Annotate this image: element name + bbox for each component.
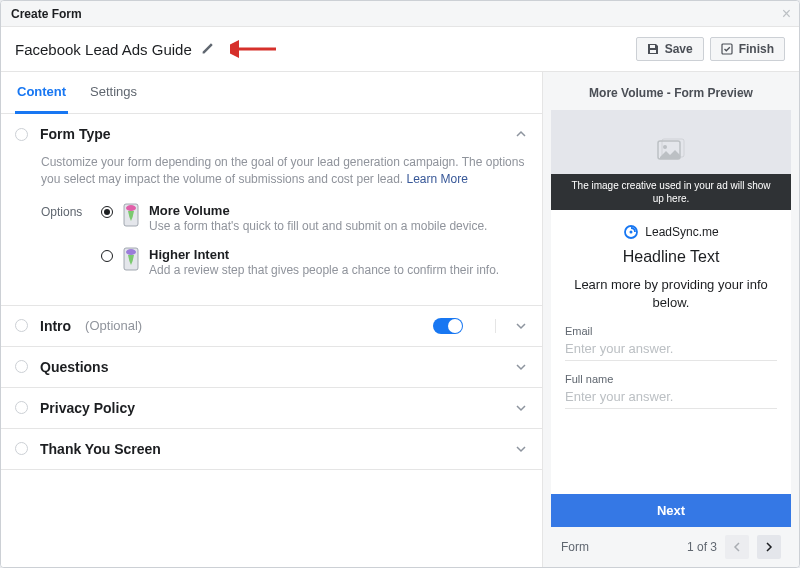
modal-header: Create Form × (1, 1, 799, 27)
svg-rect-2 (722, 44, 732, 54)
form-name-area: Facebook Lead Ads Guide (15, 39, 278, 59)
preview-subline: Learn more by providing your info below. (565, 276, 777, 311)
preview-image-placeholder: The image creative used in your ad will … (551, 110, 791, 210)
radio-more-volume[interactable] (101, 206, 113, 218)
option-higher-intent[interactable]: Higher Intent Add a review step that giv… (101, 247, 528, 277)
optional-label: (Optional) (85, 318, 142, 333)
preview-field-fullname: Full name Enter your answer. (565, 373, 777, 409)
section-form-type-title: Form Type (40, 126, 111, 142)
radio-higher-intent[interactable] (101, 250, 113, 262)
option-more-volume[interactable]: More Volume Use a form that's quick to f… (101, 203, 528, 233)
section-form-type: Form Type Customize your form depending … (1, 114, 542, 306)
section-privacy-header[interactable]: Privacy Policy (1, 388, 542, 428)
form-type-description: Customize your form depending on the goa… (41, 154, 528, 189)
annotation-arrow (230, 39, 278, 59)
preview-next-page-button[interactable] (757, 535, 781, 559)
section-questions-title: Questions (40, 359, 108, 375)
tab-bar: Content Settings (1, 72, 542, 114)
finish-button[interactable]: Finish (710, 37, 785, 61)
preview-panel: More Volume - Form Preview The image cre… (543, 72, 799, 567)
preview-field-email: Email Enter your answer. (565, 325, 777, 361)
preview-headline: Headline Text (565, 248, 777, 266)
step-circle-icon (15, 319, 28, 332)
more-volume-icon (121, 203, 141, 229)
chevron-down-icon (514, 319, 528, 333)
section-intro-title: Intro (40, 318, 71, 334)
create-form-modal: Create Form × Facebook Lead Ads Guide Sa… (0, 0, 800, 568)
higher-intent-icon (121, 247, 141, 273)
save-button[interactable]: Save (636, 37, 704, 61)
preview-card: LeadSync.me Headline Text Learn more by … (551, 210, 791, 527)
svg-point-4 (126, 205, 136, 211)
section-thank-you: Thank You Screen (1, 429, 542, 470)
option-higher-intent-desc: Add a review step that gives people a ch… (149, 263, 499, 277)
chevron-right-icon (765, 542, 773, 552)
preview-footer-label: Form (561, 540, 589, 554)
preview-field-fullname-placeholder: Enter your answer. (565, 389, 777, 409)
preview-field-fullname-label: Full name (565, 373, 777, 385)
chevron-left-icon (733, 542, 741, 552)
step-circle-icon (15, 128, 28, 141)
section-privacy: Privacy Policy (1, 388, 542, 429)
preview-next-button[interactable]: Next (551, 494, 791, 527)
preview-brand: LeadSync.me (565, 224, 777, 240)
section-intro-header[interactable]: Intro (Optional) (1, 306, 542, 346)
chevron-down-icon (514, 360, 528, 374)
section-intro: Intro (Optional) (1, 306, 542, 347)
save-icon (647, 43, 659, 55)
chevron-down-icon (514, 401, 528, 415)
finish-button-label: Finish (739, 42, 774, 56)
left-panel: Content Settings Form Type Customize you… (1, 72, 543, 567)
step-circle-icon (15, 442, 28, 455)
preview-field-email-label: Email (565, 325, 777, 337)
modal-title: Create Form (11, 7, 82, 21)
svg-point-11 (630, 231, 633, 234)
preview-image-caption: The image creative used in your ad will … (551, 174, 791, 210)
section-form-type-header[interactable]: Form Type (1, 114, 542, 154)
image-placeholder-icon (657, 138, 685, 162)
brand-icon (623, 224, 639, 240)
option-higher-intent-title: Higher Intent (149, 247, 499, 262)
form-title-row: Facebook Lead Ads Guide Save Finish (1, 27, 799, 72)
section-questions-header[interactable]: Questions (1, 347, 542, 387)
preview-prev-button[interactable] (725, 535, 749, 559)
save-button-label: Save (665, 42, 693, 56)
intro-toggle[interactable] (433, 318, 463, 334)
section-thank-you-header[interactable]: Thank You Screen (1, 429, 542, 469)
preview-page-indicator: 1 of 3 (597, 540, 717, 554)
learn-more-link[interactable]: Learn More (407, 172, 468, 186)
preview-brand-name: LeadSync.me (645, 225, 718, 239)
step-circle-icon (15, 360, 28, 373)
finish-icon (721, 43, 733, 55)
tab-content[interactable]: Content (15, 72, 68, 114)
tab-settings[interactable]: Settings (88, 72, 139, 113)
section-questions: Questions (1, 347, 542, 388)
form-name-text: Facebook Lead Ads Guide (15, 41, 192, 58)
edit-name-icon[interactable] (200, 42, 214, 56)
close-icon[interactable]: × (782, 5, 791, 23)
svg-point-6 (126, 249, 136, 255)
chevron-down-icon (514, 442, 528, 456)
preview-field-email-placeholder: Enter your answer. (565, 341, 777, 361)
svg-point-8 (663, 145, 667, 149)
preview-footer: Form 1 of 3 (551, 527, 791, 567)
options-label: Options (41, 203, 101, 291)
option-more-volume-desc: Use a form that's quick to fill out and … (149, 219, 487, 233)
section-privacy-title: Privacy Policy (40, 400, 135, 416)
step-circle-icon (15, 401, 28, 414)
chevron-up-icon (514, 127, 528, 141)
section-thank-you-title: Thank You Screen (40, 441, 161, 457)
option-more-volume-title: More Volume (149, 203, 487, 218)
preview-heading: More Volume - Form Preview (543, 72, 799, 110)
